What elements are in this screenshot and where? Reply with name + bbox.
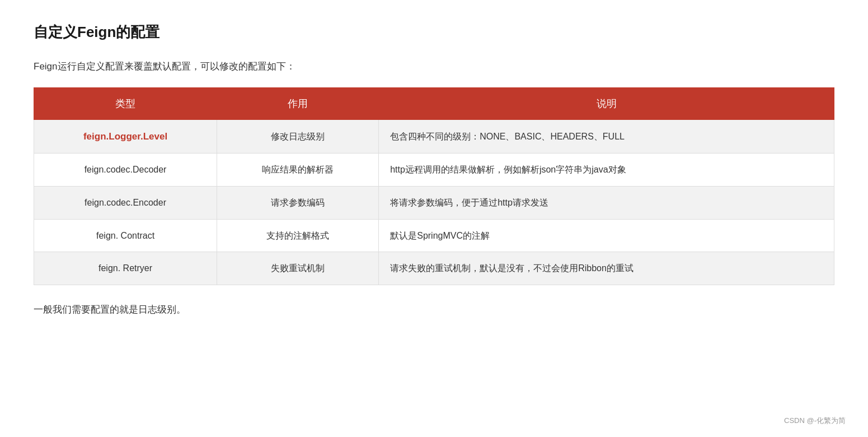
col-header-type: 类型 [34, 88, 217, 120]
cell-type: feign.Logger.Level [34, 120, 217, 154]
cell-type: feign. Retryer [34, 252, 217, 285]
cell-desc: 包含四种不同的级别：NONE、BASIC、HEADERS、FULL [379, 120, 834, 154]
cell-type: feign.codec.Decoder [34, 154, 217, 187]
table-row: feign. Contract支持的注解格式默认是SpringMVC的注解 [34, 219, 834, 252]
cell-desc: 请求失败的重试机制，默认是没有，不过会使用Ribbon的重试 [379, 252, 834, 285]
watermark: CSDN @-化繁为简 [784, 416, 846, 426]
page-title: 自定义Feign的配置 [34, 22, 834, 42]
cell-desc: 默认是SpringMVC的注解 [379, 219, 834, 252]
table-row: feign.Logger.Level修改日志级别包含四种不同的级别：NONE、B… [34, 120, 834, 154]
cell-action: 修改日志级别 [217, 120, 379, 154]
cell-action: 失败重试机制 [217, 252, 379, 285]
col-header-action: 作用 [217, 88, 379, 120]
footer-text: 一般我们需要配置的就是日志级别。 [34, 302, 834, 317]
cell-type: feign. Contract [34, 219, 217, 252]
table-row: feign. Retryer失败重试机制请求失败的重试机制，默认是没有，不过会使… [34, 252, 834, 285]
table-row: feign.codec.Decoder响应结果的解析器http远程调用的结果做解… [34, 154, 834, 187]
config-table: 类型 作用 说明 feign.Logger.Level修改日志级别包含四种不同的… [34, 87, 834, 285]
cell-desc: http远程调用的结果做解析，例如解析json字符串为java对象 [379, 154, 834, 187]
cell-action: 请求参数编码 [217, 186, 379, 219]
cell-action: 响应结果的解析器 [217, 154, 379, 187]
table-row: feign.codec.Encoder请求参数编码将请求参数编码，便于通过htt… [34, 186, 834, 219]
cell-action: 支持的注解格式 [217, 219, 379, 252]
col-header-desc: 说明 [379, 88, 834, 120]
cell-desc: 将请求参数编码，便于通过http请求发送 [379, 186, 834, 219]
cell-type: feign.codec.Encoder [34, 186, 217, 219]
intro-paragraph: Feign运行自定义配置来覆盖默认配置，可以修改的配置如下： [34, 59, 834, 74]
highlighted-type: feign.Logger.Level [83, 131, 167, 142]
table-header-row: 类型 作用 说明 [34, 88, 834, 120]
